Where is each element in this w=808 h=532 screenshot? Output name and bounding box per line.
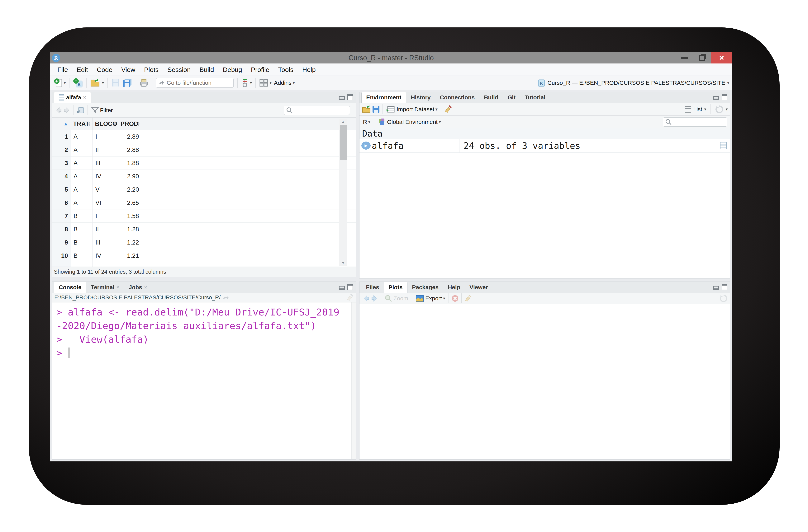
- tab-build[interactable]: Build: [479, 92, 503, 103]
- refresh-plots-icon[interactable]: [719, 294, 728, 303]
- maximize-pane-icon[interactable]: [722, 284, 728, 290]
- minimize-pane-icon[interactable]: [339, 286, 345, 290]
- scroll-up-icon[interactable]: ▲: [339, 120, 347, 124]
- console-prompt-line[interactable]: >: [56, 346, 352, 360]
- workspace-tools-button[interactable]: ▾: [240, 78, 253, 88]
- menu-file[interactable]: File: [53, 63, 72, 76]
- menu-session[interactable]: Session: [163, 63, 195, 76]
- tab-terminal[interactable]: Terminal×: [86, 282, 124, 293]
- minimize-pane-icon[interactable]: [713, 96, 719, 100]
- column-header-trat[interactable]: TRAT▲▼: [71, 117, 93, 130]
- table-row[interactable]: 1 A I 2.89: [52, 130, 356, 143]
- import-dataset-button[interactable]: Import Dataset ▾: [385, 105, 439, 113]
- tab-tutorial[interactable]: Tutorial: [520, 92, 550, 103]
- save-all-button[interactable]: [121, 78, 133, 88]
- print-button[interactable]: [138, 78, 150, 87]
- column-header-prod[interactable]: PROD▲▼: [118, 117, 142, 130]
- minimize-pane-icon[interactable]: [339, 96, 345, 100]
- open-in-new-window-icon[interactable]: [76, 106, 85, 114]
- table-row[interactable]: 9 B III 1.22: [52, 236, 356, 249]
- filter-button[interactable]: Filter: [90, 107, 114, 114]
- new-file-button[interactable]: ▾: [53, 78, 67, 88]
- save-workspace-icon[interactable]: [372, 105, 380, 114]
- view-data-grid-icon[interactable]: [720, 142, 727, 149]
- table-row[interactable]: 8 B II 1.28: [52, 223, 356, 236]
- table-row[interactable]: 7 B I 1.58: [52, 209, 356, 223]
- console-output[interactable]: > alfafa <- read.delim("D:/Meu Drive/IC-…: [52, 302, 352, 459]
- table-row[interactable]: 6 A VI 2.65: [52, 196, 356, 209]
- tab-viewer[interactable]: Viewer: [465, 282, 493, 293]
- next-plot-icon[interactable]: [370, 294, 379, 303]
- save-button-disabled[interactable]: [110, 78, 121, 87]
- zoom-plot-button[interactable]: Zoom: [384, 294, 409, 302]
- clear-console-broom-icon[interactable]: [346, 293, 353, 302]
- menu-code[interactable]: Code: [92, 63, 117, 76]
- menu-debug[interactable]: Debug: [218, 63, 246, 76]
- export-plot-button[interactable]: Export ▾: [414, 294, 446, 302]
- menu-plots[interactable]: Plots: [140, 63, 163, 76]
- scrollbar-thumb[interactable]: [340, 125, 347, 160]
- tab-history[interactable]: History: [406, 92, 435, 103]
- menu-build[interactable]: Build: [195, 63, 218, 76]
- open-file-button[interactable]: ▾: [89, 78, 105, 88]
- table-search-box[interactable]: [284, 106, 350, 115]
- close-button[interactable]: ×: [711, 52, 732, 63]
- tab-jobs[interactable]: Jobs×: [124, 282, 152, 293]
- table-row[interactable]: 10 B IV 1.21: [52, 249, 356, 262]
- environment-search-box[interactable]: [663, 117, 727, 127]
- table-row[interactable]: 5 A V 2.20: [52, 183, 356, 196]
- goto-directory-icon[interactable]: [222, 294, 229, 301]
- refresh-icon[interactable]: [715, 105, 724, 114]
- tab-alfafa[interactable]: alfafa ×: [54, 92, 91, 103]
- goto-file-function-box[interactable]: [156, 78, 234, 88]
- maximize-pane-icon[interactable]: [722, 94, 728, 100]
- maximize-pane-icon[interactable]: [347, 94, 353, 100]
- menu-tools[interactable]: Tools: [274, 63, 298, 76]
- menu-profile[interactable]: Profile: [246, 63, 274, 76]
- maximize-pane-icon[interactable]: [347, 284, 353, 290]
- row-number-header[interactable]: ▲: [52, 117, 71, 130]
- console-scrollbar[interactable]: [351, 302, 356, 459]
- clear-all-plots-broom-icon[interactable]: [464, 294, 472, 303]
- menu-help[interactable]: Help: [298, 63, 320, 76]
- scroll-down-icon[interactable]: ▼: [339, 261, 347, 265]
- tab-environment[interactable]: Environment: [361, 92, 406, 103]
- goto-file-input[interactable]: [166, 79, 231, 86]
- global-environment-selector[interactable]: Global Environment ▾: [377, 118, 442, 126]
- table-row[interactable]: 4 A IV 2.90: [52, 170, 356, 183]
- tab-console[interactable]: Console: [54, 282, 86, 293]
- pane-layout-button[interactable]: ▾: [258, 79, 273, 87]
- minimize-button[interactable]: [676, 52, 693, 63]
- table-scrollbar[interactable]: ▲ ▼: [339, 119, 347, 266]
- tab-connections[interactable]: Connections: [435, 92, 479, 103]
- remove-plot-icon[interactable]: [451, 294, 459, 302]
- environment-object-row[interactable]: ▶ alfafa 24 obs. of 3 variables: [360, 139, 730, 153]
- table-row[interactable]: 2 A II 2.88: [52, 143, 356, 156]
- object-name[interactable]: alfafa: [372, 139, 404, 152]
- tab-files[interactable]: Files: [361, 282, 384, 293]
- expand-object-icon[interactable]: ▶: [361, 141, 371, 150]
- table-row[interactable]: 11 B V 1.30: [52, 262, 356, 267]
- new-project-button[interactable]: R: [72, 78, 84, 88]
- r-language-selector[interactable]: R ▾: [362, 119, 371, 125]
- project-selector[interactable]: R Curso_R — E:/BEN_PROD/CURSOS E PALESTR…: [537, 76, 729, 90]
- menu-view[interactable]: View: [117, 63, 140, 76]
- tab-packages[interactable]: Packages: [407, 282, 443, 293]
- close-tab-icon[interactable]: ×: [116, 284, 120, 290]
- tab-help[interactable]: Help: [443, 282, 465, 293]
- menu-edit[interactable]: Edit: [72, 63, 92, 76]
- column-header-bloco[interactable]: BLOCO▲▼: [93, 117, 118, 130]
- close-tab-icon[interactable]: ×: [83, 94, 86, 100]
- table-row[interactable]: 3 A III 1.88: [52, 156, 356, 170]
- load-workspace-icon[interactable]: [362, 105, 372, 114]
- restore-button[interactable]: [693, 52, 711, 63]
- addins-button[interactable]: Addins ▾: [273, 80, 296, 86]
- forward-arrow-icon[interactable]: [63, 106, 71, 114]
- tab-plots[interactable]: Plots: [384, 282, 407, 293]
- back-arrow-icon[interactable]: [54, 106, 63, 114]
- list-view-label[interactable]: List: [693, 106, 702, 113]
- tab-git[interactable]: Git: [503, 92, 520, 103]
- clear-objects-broom-icon[interactable]: [443, 105, 452, 114]
- previous-plot-icon[interactable]: [362, 294, 370, 303]
- close-tab-icon[interactable]: ×: [144, 284, 147, 290]
